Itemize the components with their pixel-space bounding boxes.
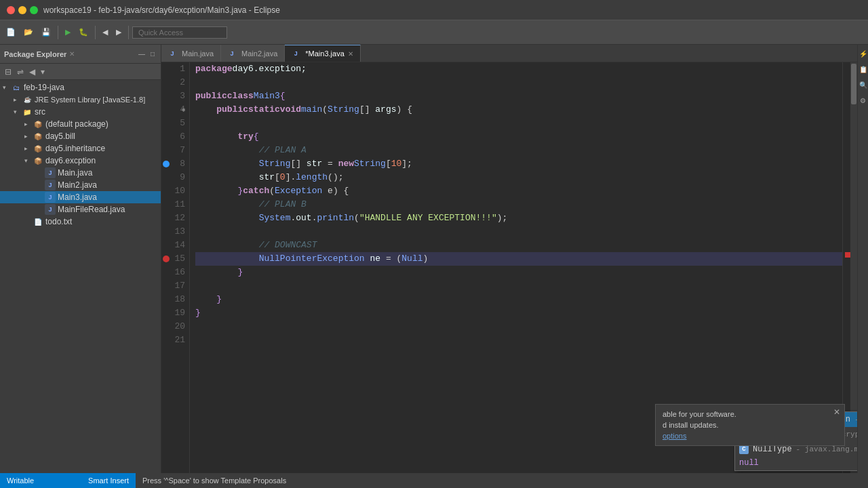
tab-bar: J Main.java J Main2.java J *Main3.java ✕ bbox=[161, 45, 857, 62]
sidebar-maximize[interactable]: □ bbox=[149, 49, 157, 58]
tab-label-main2: Main2.java bbox=[241, 49, 277, 58]
ln-12: 12 bbox=[161, 211, 185, 225]
java-icon-tab3: J bbox=[292, 48, 300, 59]
notification-close[interactable]: ✕ bbox=[833, 407, 840, 417]
close-button[interactable] bbox=[7, 6, 15, 14]
sidebar-minimize[interactable]: — bbox=[136, 49, 147, 58]
tree-item-feb19[interactable]: ▾ 🗂 feb-19-java bbox=[0, 81, 161, 94]
tab-main2[interactable]: J Main2.java bbox=[221, 45, 285, 62]
tree-item-defpkg[interactable]: ▸ 📦 (default package) bbox=[0, 118, 161, 130]
minimize-button[interactable] bbox=[18, 6, 26, 14]
maximize-button[interactable] bbox=[30, 6, 38, 14]
java-icon-mainfile: J bbox=[45, 204, 56, 215]
toolbar-open[interactable]: 📂 bbox=[20, 26, 37, 39]
txt-icon-todo: 📄 bbox=[33, 216, 43, 227]
ln-4: 4◉ bbox=[161, 103, 185, 117]
ln-13: 13 bbox=[161, 225, 185, 239]
tree-arrow-defpkg: ▸ bbox=[24, 121, 33, 127]
toolbar-save[interactable]: 💾 bbox=[38, 26, 54, 39]
ln-14: 14 bbox=[161, 239, 185, 252]
sidebar-link-editor[interactable]: ⇌ bbox=[15, 66, 26, 77]
tab-label-main1: Main.java bbox=[182, 49, 214, 58]
toolbar-sep-2 bbox=[95, 26, 96, 39]
toolbar: 📄 📂 💾 ▶ 🐛 ◀ ▶ bbox=[0, 20, 868, 45]
right-panel-btn-3[interactable]: 🔍 bbox=[858, 79, 869, 92]
toolbar-debug[interactable]: 🐛 bbox=[75, 26, 92, 39]
tree-item-jre[interactable]: ▸ ☕ JRE System Library [JavaSE-1.8] bbox=[0, 94, 161, 106]
ln-5: 5 bbox=[161, 117, 185, 130]
tree-item-mainfile[interactable]: J MainFileRead.java bbox=[0, 203, 161, 216]
code-line-1: package day6.excption; bbox=[195, 62, 842, 76]
ln-20: 20 bbox=[161, 320, 185, 333]
tree-item-day5bill[interactable]: ▸ 📦 day5.bill bbox=[0, 130, 161, 142]
sidebar-actions: — □ bbox=[136, 49, 157, 58]
right-panel-btn-2[interactable]: 📋 bbox=[858, 63, 869, 76]
tree-label-src: src bbox=[35, 107, 45, 117]
toolbar-forward[interactable]: ▶ bbox=[113, 26, 125, 39]
ac-class-icon-3: C bbox=[739, 445, 749, 454]
tab-main3[interactable]: J *Main3.java ✕ bbox=[285, 45, 360, 62]
toolbar-new[interactable]: 📄 bbox=[3, 26, 19, 39]
toolbar-run[interactable]: ▶ bbox=[62, 26, 74, 39]
tree-label-day5bill: day5.bill bbox=[45, 131, 75, 141]
tab-main1[interactable]: J Main.java bbox=[161, 45, 221, 62]
java-icon-main2: J bbox=[45, 180, 56, 190]
tree-item-todo[interactable]: 📄 todo.txt bbox=[0, 216, 161, 228]
tree-label-jre: JRE System Library [JavaSE-1.8] bbox=[35, 96, 145, 104]
ln-10: 10 bbox=[161, 184, 185, 198]
code-line-14: // DOWNCAST bbox=[195, 239, 842, 252]
ln-6: 6 bbox=[161, 130, 185, 144]
code-line-21 bbox=[195, 333, 842, 347]
java-icon-tab1: J bbox=[168, 48, 176, 59]
main-layout: Package Explorer ✕ — □ ⊟ ⇌ ◀ ▾ ▾ 🗂 feb-1… bbox=[0, 45, 868, 473]
sidebar-header: Package Explorer ✕ — □ bbox=[0, 45, 161, 64]
tree-label-day6exc: day6.excption bbox=[45, 156, 96, 165]
tree-item-day5inh[interactable]: ▸ 📦 day5.inheritance bbox=[0, 142, 161, 155]
code-line-3: public class Main3 { bbox=[195, 89, 842, 103]
tree-item-main3[interactable]: J Main3.java bbox=[0, 191, 161, 203]
code-line-18: } bbox=[195, 293, 842, 306]
tree-item-day6exc[interactable]: ▾ 📦 day6.excption bbox=[0, 155, 161, 167]
tree-label-feb19: feb-19-java bbox=[24, 83, 64, 92]
quick-access-input[interactable] bbox=[132, 26, 227, 39]
tree-item-main2[interactable]: J Main2.java bbox=[0, 179, 161, 191]
tree-label-mainfile: MainFileRead.java bbox=[58, 205, 125, 214]
tab-label-main3: *Main3.java bbox=[305, 49, 344, 58]
tree-item-src[interactable]: ▾ 📁 src bbox=[0, 106, 161, 118]
pkg-icon-day6exc: 📦 bbox=[33, 155, 43, 166]
toolbar-sep-3 bbox=[128, 26, 129, 39]
toolbar-back[interactable]: ◀ bbox=[99, 26, 111, 39]
tree-arrow-day5bill: ▸ bbox=[24, 133, 33, 140]
notification-options-link[interactable]: options bbox=[663, 432, 686, 440]
tree-label-main3: Main3.java bbox=[58, 192, 97, 202]
scrollbar-thumb[interactable] bbox=[851, 64, 856, 104]
code-line-9: str[0].length(); bbox=[195, 171, 842, 184]
right-panel-btn-1[interactable]: ⚡ bbox=[858, 47, 869, 60]
code-line-19: } bbox=[195, 306, 842, 320]
notification-popup: ✕ able for your software. d install upda… bbox=[655, 404, 845, 446]
pkg-icon-default: 📦 bbox=[33, 119, 43, 129]
right-panel-btn-4[interactable]: ⚙ bbox=[859, 94, 867, 107]
tree-arrow-day5inh: ▸ bbox=[24, 145, 33, 152]
line-numbers: 1 2 3 4◉ 5 6 7 8 9 10 11 12 13 14 1 bbox=[161, 62, 190, 473]
sidebar-collapse-all[interactable]: ⊟ bbox=[3, 66, 14, 77]
folder-icon-src: 📁 bbox=[22, 106, 33, 117]
code-line-10: } catch(Exception e) { bbox=[195, 184, 842, 198]
tab-close-main3[interactable]: ✕ bbox=[348, 50, 353, 58]
ln-2: 2 bbox=[161, 76, 185, 89]
code-line-4: public static void main(String[] args) { bbox=[195, 103, 842, 117]
ln-1: 1 bbox=[161, 62, 185, 76]
lib-icon: ☕ bbox=[22, 94, 33, 105]
ac-pkg-1: - java.lang bbox=[854, 415, 857, 424]
ac-label-3: NullType bbox=[753, 445, 792, 454]
sidebar-pin-icon: ✕ bbox=[69, 50, 75, 58]
code-editor: 1 2 3 4◉ 5 6 7 8 9 10 11 12 13 14 1 bbox=[161, 62, 857, 473]
autocomplete-null-item[interactable]: null bbox=[735, 457, 857, 470]
tree-item-main1[interactable]: J Main.java bbox=[0, 167, 161, 179]
sidebar-back[interactable]: ◀ bbox=[27, 66, 37, 77]
sidebar-forward[interactable]: ▾ bbox=[39, 66, 47, 77]
tree-label-defpkg: (default package) bbox=[45, 119, 108, 129]
ln-18: 18 bbox=[161, 293, 185, 306]
status-bar-left: Writable Smart Insert bbox=[0, 473, 136, 488]
titlebar: workspace19 - feb-19-java/src/day6/excpt… bbox=[0, 0, 868, 20]
